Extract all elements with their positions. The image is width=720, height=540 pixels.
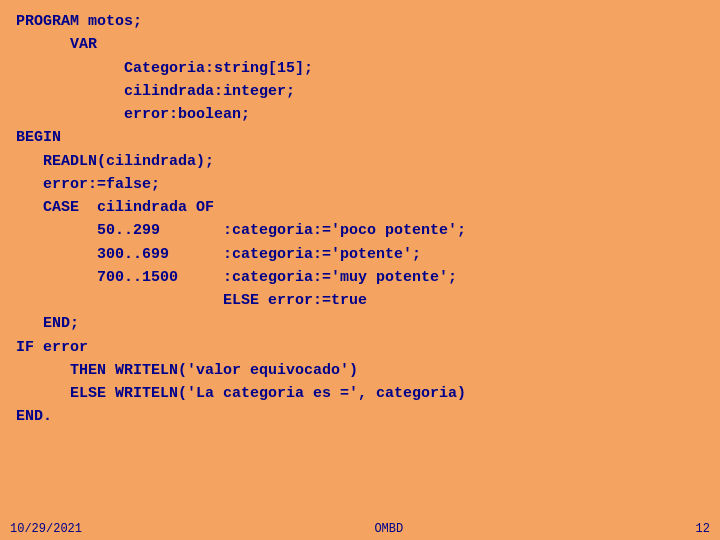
code-line: cilindrada:integer; [16, 80, 704, 103]
code-line: 50..299 :categoria:='poco potente'; [16, 219, 704, 242]
code-line: 700..1500 :categoria:='muy potente'; [16, 266, 704, 289]
code-block: PROGRAM motos; VAR Categoria:string[15];… [0, 0, 720, 439]
code-line: END; [16, 312, 704, 335]
code-line: ELSE error:=true [16, 289, 704, 312]
code-line: PROGRAM motos; [16, 10, 704, 33]
code-line: IF error [16, 336, 704, 359]
footer-page: 12 [696, 522, 710, 536]
code-line: CASE cilindrada OF [16, 196, 704, 219]
code-line: error:=false; [16, 173, 704, 196]
code-line: VAR [16, 33, 704, 56]
footer-bar: 10/29/2021 OMBD 12 [0, 518, 720, 540]
code-line: error:boolean; [16, 103, 704, 126]
footer-date: 10/29/2021 [10, 522, 82, 536]
code-line: END. [16, 405, 704, 428]
footer-label: OMBD [374, 522, 403, 536]
code-line: ELSE WRITELN('La categoria es =', catego… [16, 382, 704, 405]
code-line: READLN(cilindrada); [16, 150, 704, 173]
code-line: 300..699 :categoria:='potente'; [16, 243, 704, 266]
code-line: THEN WRITELN('valor equivocado') [16, 359, 704, 382]
code-line: Categoria:string[15]; [16, 57, 704, 80]
code-line: BEGIN [16, 126, 704, 149]
